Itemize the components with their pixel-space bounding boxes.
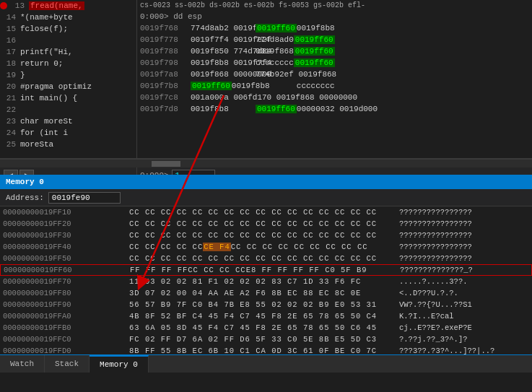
mem-addr: 00000000019FF80 bbox=[3, 289, 129, 297]
disasm-addr: 0019f798 bbox=[140, 58, 191, 67]
mem-addr: 00000000019FFC0 bbox=[3, 335, 129, 344]
disasm-addr: 0019f768 bbox=[140, 24, 191, 32]
mem-ascii: ???3??.?3?^...]??|..? bbox=[399, 347, 494, 354]
address-input[interactable] bbox=[48, 192, 121, 204]
disasm-header: cs-0023 ss-002b ds-002b es-002b fs-0053 … bbox=[140, 1, 529, 9]
memory-row: 00000000019FFB0 63 6A 05 8D 45 F4 C7 45 … bbox=[0, 322, 532, 334]
memory-row: 00000000019FF90 56 57 B9 7F C0 B4 7B E8 … bbox=[0, 299, 532, 310]
disasm-line: 0019f7d8 0019f8b8 0019ff60 00000032 0019… bbox=[140, 103, 529, 115]
mem-addr: 00000000019FFB0 bbox=[3, 323, 129, 332]
code-line: 24 for (int i bbox=[0, 127, 136, 139]
disasm-line: 0019f778 0019f7f4 0019fe2f 774d8ad0 0019… bbox=[140, 34, 529, 45]
disasm-value: 00000032 0019d000 bbox=[297, 105, 378, 113]
line-number: 19 bbox=[0, 71, 20, 79]
tab-watch[interactable]: Watch bbox=[0, 355, 45, 373]
disasm-line: 0019f768 774d8ab2 0019f868 0019ff60 0019… bbox=[140, 22, 529, 34]
disasm-addr: 0019f7b8 bbox=[140, 82, 191, 90]
disasm-value: 0019ff60 bbox=[256, 105, 297, 113]
disasm-addr: 0019f7c8 bbox=[140, 93, 191, 102]
line-number: 18 bbox=[0, 59, 20, 68]
line-number: 15 bbox=[0, 25, 20, 33]
disasm-bytes: 001a000a 006fd170 0019f868 00000000 bbox=[191, 93, 256, 102]
disasm-bytes: 0019f850 774d7d84 bbox=[191, 47, 256, 56]
horizontal-scrollbar[interactable] bbox=[0, 159, 532, 167]
code-text: return 0; bbox=[20, 59, 63, 68]
disasm-line: 0019f788 0019f850 774d7d84 0019f868 0019… bbox=[140, 45, 529, 57]
mem-ascii: ???????????????? bbox=[399, 219, 472, 228]
disasm-bytes: 0019f7f4 0019fe2f bbox=[191, 35, 256, 44]
mem-bytes: 4B 8F 52 BF C4 45 F4 C7 45 F8 2E 65 78 6… bbox=[129, 312, 396, 321]
code-line: 16 bbox=[0, 35, 136, 46]
mem-bytes: CC CC CC CC CC CC CC CC CC CC CC CC CC C… bbox=[129, 208, 396, 217]
mem-bytes: FF FF FF FF CC CC CC CC E8 FF FF FF FF C… bbox=[130, 266, 397, 274]
mem-ascii: K.?I...E?cal bbox=[399, 312, 454, 321]
code-text: char moreSt bbox=[20, 117, 73, 126]
mem-bytes: 3D 07 02 00 04 AA AE A2 F6 8B EC 88 EC 8… bbox=[129, 289, 396, 297]
disasm-value: 774d8ad0 bbox=[256, 35, 294, 44]
mem-ascii: <..D???U.?.?. bbox=[399, 289, 458, 297]
code-pane: 13 fread(name, 14 *(name+byte 15 fclose(… bbox=[0, 0, 137, 158]
mem-addr: 00000000019FF40 bbox=[3, 243, 129, 251]
memory-row: 00000000019FF50 CC CC CC CC CC CC CC CC … bbox=[0, 253, 532, 264]
tab-memory0[interactable]: Memory 0 bbox=[90, 355, 149, 373]
tab-watch-label: Watch bbox=[10, 360, 34, 368]
mem-ascii: ???????????????? bbox=[399, 254, 472, 263]
code-text: for (int i bbox=[20, 129, 68, 137]
code-text: moreSta bbox=[20, 140, 53, 149]
mem-ascii: ?.??j.??_3?^.]? bbox=[399, 335, 468, 344]
disasm-value: 774b92ef 0019f868 bbox=[256, 70, 336, 79]
memory-row: 00000000019FF40 CC CC CC CC CC CE F4 CC … bbox=[0, 241, 532, 253]
mem-ascii: ???????????????? bbox=[399, 243, 472, 251]
scroll-thumb[interactable] bbox=[152, 161, 180, 167]
memory-row: 00000000019FFC0 FC 02 FF D7 6A 02 FF D6 … bbox=[0, 334, 532, 345]
mem-addr: 00000000019FFD0 bbox=[3, 347, 129, 354]
line-number: 16 bbox=[0, 36, 20, 45]
disasm-addr: 0:000> dd esp bbox=[140, 12, 191, 21]
memory-title-bar: Memory 0 bbox=[0, 175, 532, 189]
disasm-line: 0:000> dd esp bbox=[140, 11, 529, 22]
code-line: 22 bbox=[0, 104, 136, 116]
tab-memory0-label: Memory 0 bbox=[100, 360, 138, 369]
mem-addr: 00000000019FF20 bbox=[3, 219, 129, 228]
disasm-pane: cs-0023 ss-002b ds-002b es-002b fs-0053 … bbox=[137, 0, 532, 158]
line-number: 20 bbox=[0, 82, 20, 91]
code-line: 23 char moreSt bbox=[0, 116, 136, 127]
mem-bytes: 63 6A 05 8D 45 F4 C7 45 F8 2E 65 78 65 5… bbox=[129, 323, 396, 332]
disasm-line: 0019f7b8 0019ff60 0019f8b8 cccccccc bbox=[140, 80, 529, 92]
line-number: 22 bbox=[0, 105, 20, 114]
code-line: 13 fread(name, bbox=[0, 0, 136, 12]
disasm-value: 0019f8b8 bbox=[297, 24, 335, 32]
disasm-bytes: 0019f8b8 bbox=[232, 82, 297, 90]
disasm-bytes: 774d8ab2 0019f868 bbox=[191, 24, 256, 32]
mem-addr: 00000000019FFA0 bbox=[3, 312, 129, 321]
code-text: fread(name, bbox=[29, 1, 84, 10]
mem-bytes: FC 02 FF D7 6A 02 FF D6 5F 33 C0 5E 8B E… bbox=[129, 335, 396, 344]
mem-bytes: CC CC CC CC CC CC CC CC CC CC CC CC CC C… bbox=[129, 219, 396, 228]
disasm-bytes: 0019f8b8 0019f7f4 bbox=[191, 58, 256, 67]
bottom-tabs: Watch Stack Memory 0 bbox=[0, 354, 532, 373]
breakpoint-dot bbox=[0, 2, 7, 9]
code-text: int main() { bbox=[20, 94, 77, 103]
disasm-addr: 0019f778 bbox=[140, 35, 191, 44]
tab-stack-label: Stack bbox=[55, 360, 79, 368]
disasm-value: 0019f868 bbox=[256, 47, 294, 56]
tab-stack[interactable]: Stack bbox=[45, 355, 90, 373]
mem-bytes: 56 57 B9 7F C0 B4 7B E8 55 02 02 02 B9 E… bbox=[129, 300, 396, 309]
memory-content: 00000000019FF10 CC CC CC CC CC CC CC CC … bbox=[0, 206, 532, 354]
code-text: #pragma optimiz bbox=[20, 82, 92, 91]
mem-addr: 00000000019FF10 bbox=[3, 208, 129, 217]
disasm-addr: 0019f7a8 bbox=[140, 70, 191, 79]
line-number: 23 bbox=[0, 117, 20, 126]
line-number: 17 bbox=[0, 48, 20, 56]
memory-title: Memory 0 bbox=[6, 178, 44, 186]
code-text: fclose(f); bbox=[20, 25, 68, 33]
code-line: 14 *(name+byte bbox=[0, 12, 136, 23]
memory-row: 00000000019FF10 CC CC CC CC CC CC CC CC … bbox=[0, 206, 532, 218]
mem-addr: 00000000019FF50 bbox=[3, 254, 129, 263]
memory-row: 00000000019FF30 CC CC CC CC CC CC CC CC … bbox=[0, 230, 532, 241]
disasm-value: 0019ff60 bbox=[294, 35, 335, 44]
line-number: 21 bbox=[0, 94, 20, 103]
disasm-line: 0019f7a8 0019f868 00000000 774b92ef 0019… bbox=[140, 69, 529, 80]
code-text: printf("Hi, bbox=[20, 48, 73, 56]
mem-addr: 00000000019FF30 bbox=[3, 231, 129, 240]
